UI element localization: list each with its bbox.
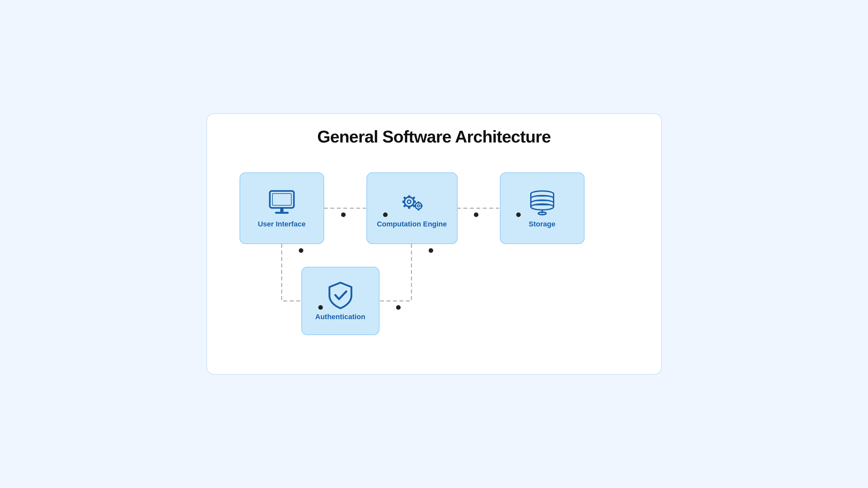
svg-rect-20: [414, 205, 416, 206]
svg-point-7: [407, 200, 411, 204]
storage-box: Storage: [500, 172, 585, 244]
dot-ce-right: [474, 213, 478, 217]
authentication-label: Authentication: [315, 313, 366, 321]
svg-rect-19: [417, 208, 419, 210]
user-interface-label: User Interface: [258, 220, 306, 228]
diagram-title: General Software Architecture: [226, 127, 642, 147]
diagram-container: General Software Architecture: [206, 113, 662, 375]
shield-check-icon: [326, 282, 355, 308]
svg-rect-10: [402, 201, 405, 203]
gears-icon: [397, 189, 427, 215]
storage-label: Storage: [529, 220, 556, 228]
dot-auth-left: [318, 305, 323, 310]
svg-rect-18: [417, 201, 419, 203]
dot-ce-left: [383, 213, 388, 217]
svg-rect-21: [421, 205, 423, 206]
computation-engine-box: Computation Engine: [367, 172, 458, 244]
svg-point-6: [404, 197, 414, 206]
svg-rect-3: [272, 194, 291, 205]
dot-ce-bottom: [429, 248, 433, 253]
svg-rect-5: [275, 212, 289, 214]
dot-auth-right: [396, 305, 401, 310]
svg-rect-9: [408, 206, 410, 209]
monitor-icon: [267, 189, 297, 215]
user-interface-box: User Interface: [240, 172, 324, 244]
dot-ui-right: [341, 213, 346, 217]
dot-ui-bottom: [299, 248, 303, 253]
svg-point-17: [417, 205, 420, 207]
svg-rect-8: [408, 195, 410, 198]
authentication-box: Authentication: [301, 267, 379, 335]
storage-icon: [528, 189, 557, 215]
diagram-body: User Interface: [226, 166, 642, 355]
computation-engine-label: Computation Engine: [377, 220, 447, 228]
svg-rect-11: [413, 201, 415, 203]
dot-storage-left: [516, 213, 521, 217]
svg-rect-4: [280, 208, 283, 212]
